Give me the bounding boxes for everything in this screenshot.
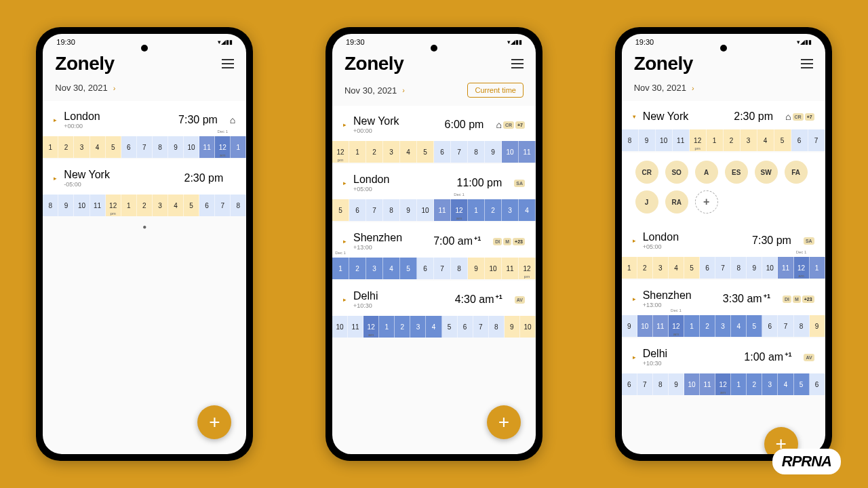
hour-cell[interactable]: 5 (332, 199, 349, 221)
hour-cell[interactable]: 7 (715, 257, 731, 279)
hour-cell[interactable]: 3 (383, 141, 400, 163)
hour-cell[interactable]: 8 (731, 257, 747, 279)
menu-icon[interactable] (511, 59, 524, 68)
date-picker[interactable]: Nov 30, 2021 › (634, 83, 694, 93)
add-button[interactable]: + (197, 405, 231, 439)
hour-cell[interactable]: 10 (485, 258, 502, 279)
hour-cell[interactable]: 6 (121, 136, 137, 158)
hour-cell[interactable]: 5 (794, 373, 810, 395)
timeline[interactable]: 1234567891011Dec 112am1 (43, 136, 246, 158)
timeline[interactable]: 1234567891011Dec 112am1 (622, 257, 825, 279)
hour-cell[interactable]: 3 (410, 316, 426, 338)
timeline[interactable]: 89101112pm1234567 (622, 129, 825, 151)
hour-cell[interactable]: 6 (762, 315, 778, 337)
hour-cell[interactable]: 11 (90, 195, 106, 216)
hour-cell[interactable]: 6 (458, 316, 473, 338)
hour-cell[interactable]: 12am (363, 316, 379, 338)
hour-cell[interactable]: 6 (417, 258, 434, 279)
city-header[interactable]: ▸ London +00:00 7:30 pm ⌂ (43, 101, 246, 136)
hour-cell[interactable]: 9 (669, 373, 684, 395)
hour-cell[interactable]: 12pm (332, 141, 349, 163)
hour-cell[interactable]: 9 (639, 129, 656, 151)
hour-cell[interactable]: 8 (383, 199, 400, 221)
hour-cell[interactable]: 6 (791, 129, 808, 151)
hour-cell[interactable]: 8 (622, 129, 639, 151)
hour-cell[interactable]: 3 (153, 195, 168, 216)
hour-cell[interactable]: 4 (757, 129, 774, 151)
hour-cell[interactable]: 2 (137, 195, 153, 216)
hour-cell[interactable]: 4 (400, 141, 417, 163)
hour-cell[interactable]: 4 (669, 257, 684, 279)
hour-cell[interactable]: Dec 112am (215, 136, 231, 158)
hour-cell[interactable]: 4 (168, 195, 184, 216)
hour-cell[interactable]: 7 (215, 195, 231, 216)
hour-cell[interactable]: 5 (184, 195, 199, 216)
city-header[interactable]: ▸ Shenzhen +13:00 3:30 am+1 DIM+23 (622, 280, 825, 315)
hour-cell[interactable]: 11 (700, 373, 715, 395)
timeline[interactable]: 89101112pm12345678 (43, 195, 246, 216)
hour-cell[interactable]: 10 (762, 257, 778, 279)
hour-cell[interactable]: 5 (774, 129, 791, 151)
hour-cell[interactable]: 11 (502, 258, 519, 279)
hour-cell[interactable]: 7 (137, 136, 153, 158)
hour-cell[interactable]: 6 (810, 373, 825, 395)
hour-cell[interactable]: 7 (637, 373, 653, 395)
hour-cell[interactable]: 3 (653, 257, 669, 279)
avatar-chip[interactable]: CR (635, 161, 658, 184)
hour-cell[interactable]: 7 (451, 141, 468, 163)
hour-cell[interactable]: 5 (400, 258, 417, 279)
hour-cell[interactable]: 10 (637, 315, 653, 337)
menu-icon[interactable] (222, 59, 234, 68)
timeline[interactable]: 6789101112am123456 (622, 373, 825, 395)
hour-cell[interactable]: 10 (74, 195, 90, 216)
hour-cell[interactable]: 7 (366, 199, 383, 221)
hour-cell[interactable]: 2 (349, 258, 366, 279)
hour-cell[interactable]: Dec 11 (332, 258, 349, 279)
hour-cell[interactable]: 11 (519, 141, 536, 163)
hour-cell[interactable]: 3 (715, 315, 731, 337)
hour-cell[interactable]: Dec 112am (794, 257, 810, 279)
hour-cell[interactable]: 4 (426, 316, 441, 338)
avatar-chip[interactable]: SO (665, 161, 688, 184)
hour-cell[interactable]: 8 (153, 136, 168, 158)
hour-cell[interactable]: 9 (168, 136, 184, 158)
current-time-button[interactable]: Current time (467, 83, 524, 98)
hour-cell[interactable]: 2 (58, 136, 74, 158)
city-header[interactable]: ▸ New York +00:00 6:00 pm ⌂CR+7 (332, 106, 536, 141)
hour-cell[interactable]: 11 (199, 136, 215, 158)
hour-cell[interactable]: 9 (505, 316, 520, 338)
hour-cell[interactable]: 1 (231, 136, 246, 158)
hour-cell[interactable]: 7 (778, 315, 793, 337)
hour-cell[interactable]: 8 (794, 315, 810, 337)
hour-cell[interactable]: 2 (366, 141, 383, 163)
hour-cell[interactable]: 1 (349, 141, 366, 163)
hour-cell[interactable]: 6 (199, 195, 215, 216)
hour-cell[interactable]: 11 (673, 129, 690, 151)
hour-cell[interactable]: 3 (741, 129, 757, 151)
hour-cell[interactable]: 5 (106, 136, 121, 158)
hour-cell[interactable]: 7 (473, 316, 489, 338)
hour-cell[interactable]: 8 (43, 195, 58, 216)
avatar-chip[interactable]: ES (725, 161, 748, 184)
hour-cell[interactable]: 1 (43, 136, 58, 158)
hour-cell[interactable]: 10 (417, 199, 434, 221)
hour-cell[interactable]: 2 (747, 373, 762, 395)
hour-cell[interactable]: 11 (434, 199, 451, 221)
hour-cell[interactable]: 6 (434, 141, 451, 163)
timeline[interactable]: 12pm1234567891011 (332, 141, 536, 163)
add-button[interactable]: + (487, 405, 521, 439)
city-header[interactable]: ▸ Delhi +10:30 1:00 am+1 AV (622, 338, 825, 373)
hour-cell[interactable]: 8 (231, 195, 246, 216)
avatar-chip[interactable]: SW (755, 161, 778, 184)
hour-cell[interactable]: 8 (468, 141, 485, 163)
hour-cell[interactable]: 1 (622, 257, 637, 279)
avatar-chip[interactable]: J (635, 190, 658, 214)
date-picker[interactable]: Nov 30, 2021 › (344, 85, 405, 96)
hour-cell[interactable]: 1 (121, 195, 137, 216)
hour-cell[interactable]: 9 (622, 315, 637, 337)
hour-cell[interactable]: 1 (468, 199, 485, 221)
hour-cell[interactable]: 1 (379, 316, 395, 338)
hour-cell[interactable]: 10 (520, 316, 536, 338)
timeline[interactable]: 101112am12345678910 (332, 316, 536, 338)
add-avatar-button[interactable]: + (695, 190, 718, 214)
